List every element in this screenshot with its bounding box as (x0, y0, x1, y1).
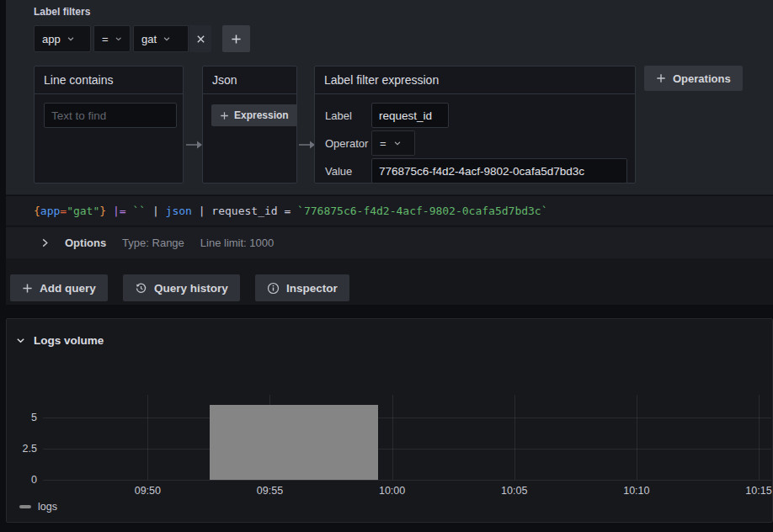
grid-line-vertical (147, 395, 148, 480)
chevron-down-icon (163, 35, 171, 43)
label-value-select[interactable]: gat (133, 25, 189, 52)
operator-field-row: Operator = (325, 130, 627, 156)
plus-icon (231, 34, 242, 45)
label-operator-value: = (102, 33, 109, 45)
label-name-value: app (42, 33, 61, 45)
logs-volume-panel: Logs volume 02.55 09:5009:5510:0010:0510… (6, 318, 773, 523)
operation-card-line-contains: Line contains (34, 66, 184, 184)
operator-field-label: Operator (325, 137, 371, 150)
label-filters-title: Label filters (34, 6, 90, 18)
y-axis-labels: 02.55 (7, 389, 37, 480)
operation-card-json: Json Expression (202, 66, 297, 184)
value-field-row: Value (325, 158, 627, 184)
arrow-right-icon (299, 140, 316, 150)
grid-line-horizontal (43, 418, 771, 418)
operations-button[interactable]: Operations (644, 66, 743, 91)
logs-volume-header[interactable]: Logs volume (16, 334, 104, 347)
info-circle-icon (267, 282, 280, 295)
x-axis-tick: 10:00 (379, 485, 405, 497)
options-collapse-row[interactable]: Options Type: Range Line limit: 1000 (6, 227, 773, 258)
operation-card-label-filter-expression: Label filter expression Label Operator = (314, 66, 636, 184)
logs-volume-bar (210, 405, 377, 480)
y-axis-tick: 0 (31, 474, 37, 486)
plus-icon (220, 111, 229, 120)
y-axis-tick: 5 (31, 412, 37, 423)
logs-volume-title: Logs volume (34, 334, 104, 347)
x-icon (196, 35, 205, 44)
operator-field-value: = (380, 137, 386, 150)
chevron-right-icon (41, 238, 49, 247)
grid-line-vertical (514, 395, 515, 480)
x-axis-tick: 09:50 (135, 485, 161, 497)
query-editor-panel: Label filters app = gat (6, 0, 773, 305)
operator-field-select[interactable]: = (371, 130, 415, 156)
label-value-value: gat (141, 33, 157, 45)
x-axis-tick: 10:10 (623, 485, 649, 497)
grid-line-horizontal (43, 449, 771, 450)
query-toolbar: Add query Query history Inspector (6, 258, 773, 305)
query-builder: Label filters app = gat (6, 0, 773, 194)
options-label: Options (65, 237, 106, 249)
label-name-select[interactable]: app (34, 25, 91, 52)
line-contains-input[interactable] (44, 103, 177, 128)
inspector-label: Inspector (286, 282, 338, 295)
grid-line-horizontal (43, 480, 771, 481)
label-field-label: Label (325, 109, 371, 122)
x-axis-labels: 09:5009:5510:0010:0510:1010:15 (43, 485, 771, 498)
remove-label-filter-button[interactable] (189, 25, 211, 52)
x-axis-tick: 10:15 (745, 485, 771, 497)
add-query-button[interactable]: Add query (10, 274, 108, 301)
grid-line-vertical (392, 395, 393, 480)
value-field-input[interactable] (371, 158, 627, 184)
query-expression: {app="gat"} |= `` | json | request_id = … (34, 205, 548, 217)
grid-line-vertical (637, 395, 637, 480)
operation-card-title[interactable]: Line contains (35, 66, 183, 94)
chevron-down-icon (67, 35, 75, 43)
query-preview-row[interactable]: {app="gat"} |= `` | json | request_id = … (6, 195, 773, 226)
operation-card-title[interactable]: Label filter expression (315, 66, 635, 94)
chevron-down-icon (115, 35, 122, 43)
add-query-label: Add query (40, 282, 96, 295)
arrow-right-icon (186, 140, 203, 150)
explore-view: Label filters app = gat (0, 0, 773, 532)
history-icon (135, 282, 147, 295)
plus-icon (656, 73, 666, 83)
label-operator-select[interactable]: = (93, 25, 131, 52)
query-history-button[interactable]: Query history (123, 274, 240, 301)
query-history-label: Query history (154, 282, 228, 295)
chevron-down-icon (16, 336, 25, 345)
plus-icon (22, 283, 33, 294)
options-line-limit: Line limit: 1000 (200, 237, 274, 249)
operation-cards-row: Line contains Json Expression (6, 66, 773, 184)
add-expression-label: Expression (234, 109, 289, 121)
legend-label: logs (38, 501, 57, 513)
y-axis-tick: 2.5 (23, 443, 37, 455)
add-expression-button[interactable]: Expression (211, 104, 297, 126)
add-label-filter-button[interactable] (222, 25, 250, 52)
x-axis-tick: 09:55 (257, 485, 283, 497)
value-field-label: Value (325, 165, 371, 178)
chevron-down-icon (393, 139, 402, 147)
grid-line-vertical (759, 395, 760, 480)
inspector-button[interactable]: Inspector (255, 274, 349, 301)
legend-item-logs[interactable]: logs (19, 501, 57, 513)
logs-volume-chart[interactable] (43, 389, 771, 480)
x-axis-tick: 10:05 (501, 485, 527, 497)
options-type: Type: Range (122, 237, 184, 249)
label-field-row: Label (325, 103, 627, 128)
operation-card-title[interactable]: Json (203, 66, 296, 94)
legend-swatch (19, 505, 31, 508)
label-field-input[interactable] (371, 103, 449, 128)
operations-button-label: Operations (673, 72, 731, 85)
